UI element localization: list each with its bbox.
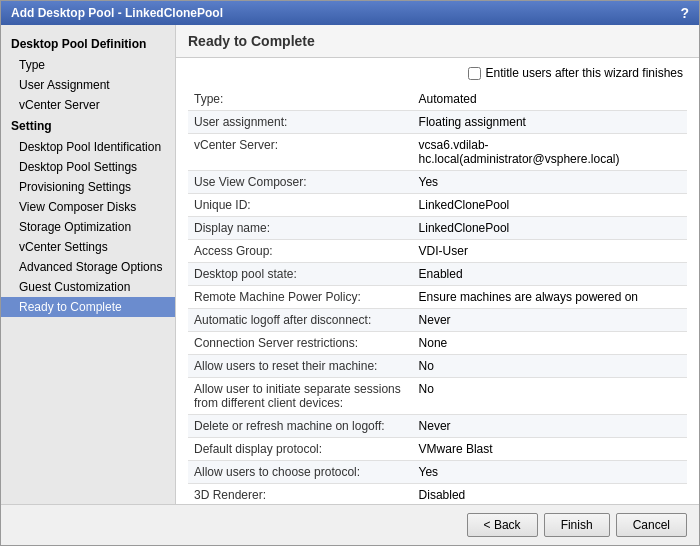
table-cell-value: Never (413, 415, 687, 438)
sidebar-item-view-composer-disks[interactable]: View Composer Disks (1, 197, 175, 217)
table-row: Allow users to reset their machine:No (188, 355, 687, 378)
sidebar-item-vcenter-server[interactable]: vCenter Server (1, 95, 175, 115)
table-row: Delete or refresh machine on logoff:Neve… (188, 415, 687, 438)
sidebar-item-guest-customization[interactable]: Guest Customization (1, 277, 175, 297)
table-row: Use View Composer:Yes (188, 171, 687, 194)
sidebar-section-definition: Desktop Pool Definition (1, 33, 175, 55)
table-cell-label: Connection Server restrictions: (188, 332, 413, 355)
table-cell-label: Use View Composer: (188, 171, 413, 194)
entitle-row: Entitle users after this wizard finishes (188, 66, 687, 80)
table-cell-label: Unique ID: (188, 194, 413, 217)
sidebar-item-desktop-pool-settings[interactable]: Desktop Pool Settings (1, 157, 175, 177)
table-row: Automatic logoff after disconnect:Never (188, 309, 687, 332)
content-area: Desktop Pool Definition Type User Assign… (1, 25, 699, 504)
table-cell-label: vCenter Server: (188, 134, 413, 171)
table-cell-value: Yes (413, 461, 687, 484)
table-cell-label: 3D Renderer: (188, 484, 413, 505)
entitle-label: Entitle users after this wizard finishes (486, 66, 683, 80)
table-cell-value: No (413, 378, 687, 415)
title-bar: Add Desktop Pool - LinkedClonePool ? (1, 1, 699, 25)
sidebar-item-provisioning-settings[interactable]: Provisioning Settings (1, 177, 175, 197)
table-cell-label: Display name: (188, 217, 413, 240)
dialog: Add Desktop Pool - LinkedClonePool ? Des… (0, 0, 700, 546)
table-row: Access Group:VDI-User (188, 240, 687, 263)
table-cell-value: None (413, 332, 687, 355)
info-table: Type:AutomatedUser assignment:Floating a… (188, 88, 687, 504)
table-cell-label: Allow user to initiate separate sessions… (188, 378, 413, 415)
table-row: Remote Machine Power Policy:Ensure machi… (188, 286, 687, 309)
table-cell-value: VDI-User (413, 240, 687, 263)
table-row: 3D Renderer:Disabled (188, 484, 687, 505)
table-row: Connection Server restrictions:None (188, 332, 687, 355)
table-cell-value: LinkedClonePool (413, 194, 687, 217)
table-cell-value: Yes (413, 171, 687, 194)
main-panel: Ready to Complete Entitle users after th… (176, 25, 699, 504)
table-cell-label: Allow users to choose protocol: (188, 461, 413, 484)
table-cell-value: Ensure machines are always powered on (413, 286, 687, 309)
footer: < Back Finish Cancel (1, 504, 699, 545)
sidebar-item-advanced-storage-options[interactable]: Advanced Storage Options (1, 257, 175, 277)
table-cell-label: User assignment: (188, 111, 413, 134)
entitle-checkbox[interactable] (468, 67, 481, 80)
finish-button[interactable]: Finish (544, 513, 610, 537)
table-cell-value: VMware Blast (413, 438, 687, 461)
table-row: vCenter Server:vcsa6.vdilab-hc.local(adm… (188, 134, 687, 171)
table-row: Allow users to choose protocol:Yes (188, 461, 687, 484)
table-cell-value: Automated (413, 88, 687, 111)
table-row: Display name:LinkedClonePool (188, 217, 687, 240)
table-cell-label: Remote Machine Power Policy: (188, 286, 413, 309)
table-cell-label: Delete or refresh machine on logoff: (188, 415, 413, 438)
table-cell-value: LinkedClonePool (413, 217, 687, 240)
cancel-button[interactable]: Cancel (616, 513, 687, 537)
table-cell-label: Type: (188, 88, 413, 111)
dialog-title: Add Desktop Pool - LinkedClonePool (11, 6, 223, 20)
sidebar: Desktop Pool Definition Type User Assign… (1, 25, 176, 504)
table-cell-label: Allow users to reset their machine: (188, 355, 413, 378)
sidebar-item-ready-to-complete[interactable]: Ready to Complete (1, 297, 175, 317)
sidebar-section-setting: Setting (1, 115, 175, 137)
table-row: Unique ID:LinkedClonePool (188, 194, 687, 217)
table-cell-value: Disabled (413, 484, 687, 505)
main-body: Entitle users after this wizard finishes… (176, 58, 699, 504)
sidebar-item-storage-optimization[interactable]: Storage Optimization (1, 217, 175, 237)
table-cell-label: Default display protocol: (188, 438, 413, 461)
table-cell-value: Enabled (413, 263, 687, 286)
table-cell-value: Floating assignment (413, 111, 687, 134)
sidebar-item-user-assignment[interactable]: User Assignment (1, 75, 175, 95)
table-cell-label: Desktop pool state: (188, 263, 413, 286)
table-cell-value: No (413, 355, 687, 378)
main-header: Ready to Complete (176, 25, 699, 58)
table-row: Default display protocol:VMware Blast (188, 438, 687, 461)
table-row: Desktop pool state:Enabled (188, 263, 687, 286)
table-cell-value: vcsa6.vdilab-hc.local(administrator@vsph… (413, 134, 687, 171)
table-row: Type:Automated (188, 88, 687, 111)
table-row: User assignment:Floating assignment (188, 111, 687, 134)
table-cell-value: Never (413, 309, 687, 332)
sidebar-item-type[interactable]: Type (1, 55, 175, 75)
table-cell-label: Access Group: (188, 240, 413, 263)
table-cell-label: Automatic logoff after disconnect: (188, 309, 413, 332)
sidebar-item-vcenter-settings[interactable]: vCenter Settings (1, 237, 175, 257)
table-row: Allow user to initiate separate sessions… (188, 378, 687, 415)
sidebar-item-desktop-pool-identification[interactable]: Desktop Pool Identification (1, 137, 175, 157)
help-icon[interactable]: ? (680, 5, 689, 21)
back-button[interactable]: < Back (467, 513, 538, 537)
